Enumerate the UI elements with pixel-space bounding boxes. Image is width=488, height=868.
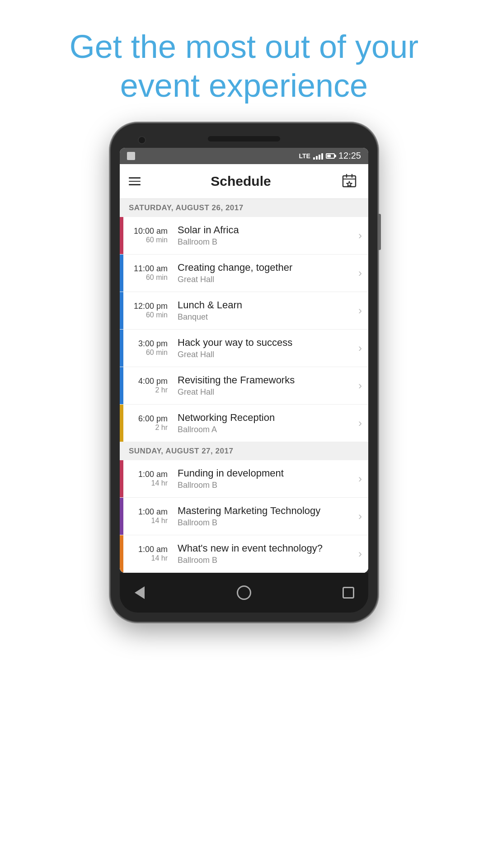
schedule-item[interactable]: 4:00 pm2 hrRevisiting the FrameworksGrea… bbox=[120, 367, 368, 405]
chevron-right-icon: › bbox=[352, 367, 368, 404]
phone-frame: LTE 12:25 bbox=[111, 123, 377, 622]
event-time: 6:00 pm bbox=[138, 414, 168, 424]
clock: 12:25 bbox=[338, 151, 361, 161]
event-color-bar bbox=[120, 217, 123, 254]
chevron-right-icon: › bbox=[352, 217, 368, 254]
event-location: Ballroom B bbox=[178, 481, 347, 490]
event-duration: 60 min bbox=[146, 236, 168, 244]
event-time-block: 4:00 pm2 hr bbox=[123, 367, 173, 404]
schedule-item[interactable]: 1:00 am14 hrWhat's new in event technolo… bbox=[120, 535, 368, 573]
home-icon bbox=[237, 585, 251, 600]
event-color-bar bbox=[120, 255, 123, 292]
svg-marker-4 bbox=[347, 181, 352, 187]
battery-icon bbox=[326, 153, 335, 159]
schedule-item[interactable]: 11:00 am60 minCreating change, togetherG… bbox=[120, 255, 368, 292]
phone-wrapper: LTE 12:25 bbox=[111, 123, 377, 648]
status-bar: LTE 12:25 bbox=[120, 148, 368, 164]
schedule-list: SATURDAY, AUGUST 26, 201710:00 am60 minS… bbox=[120, 199, 368, 573]
event-time-block: 1:00 am14 hr bbox=[123, 498, 173, 535]
date-header-0: SATURDAY, AUGUST 26, 2017 bbox=[120, 199, 368, 217]
event-title: Lunch & Learn bbox=[178, 299, 347, 311]
event-duration: 14 hr bbox=[151, 554, 168, 562]
status-right: LTE 12:25 bbox=[299, 151, 361, 161]
event-details: Funding in developmentBallroom B bbox=[173, 460, 352, 497]
event-color-bar bbox=[120, 498, 123, 535]
event-title: Mastering Marketing Technology bbox=[178, 505, 347, 517]
event-title: Funding in development bbox=[178, 467, 347, 479]
event-duration: 60 min bbox=[146, 349, 168, 357]
page-title: Schedule bbox=[211, 174, 271, 189]
recents-icon bbox=[343, 587, 354, 599]
signal-bars-icon bbox=[313, 152, 323, 160]
schedule-item[interactable]: 6:00 pm2 hrNetworking ReceptionBallroom … bbox=[120, 405, 368, 442]
chevron-right-icon: › bbox=[352, 330, 368, 367]
lte-label: LTE bbox=[299, 152, 310, 160]
schedule-item[interactable]: 3:00 pm60 minHack your way to successGre… bbox=[120, 330, 368, 367]
event-location: Ballroom A bbox=[178, 425, 347, 434]
hero-section: Get the most out of your event experienc… bbox=[33, 0, 455, 123]
event-color-bar bbox=[120, 292, 123, 329]
speaker-icon bbox=[208, 136, 280, 142]
event-duration: 14 hr bbox=[151, 479, 168, 487]
schedule-item[interactable]: 1:00 am14 hrMastering Marketing Technolo… bbox=[120, 498, 368, 535]
event-details: Solar in AfricaBallroom B bbox=[173, 217, 352, 254]
event-details: What's new in event technology?Ballroom … bbox=[173, 535, 352, 572]
event-color-bar bbox=[120, 367, 123, 404]
back-button[interactable] bbox=[127, 580, 152, 605]
chevron-right-icon: › bbox=[352, 460, 368, 497]
back-icon bbox=[135, 586, 145, 599]
event-color-bar bbox=[120, 460, 123, 497]
event-time-block: 11:00 am60 min bbox=[123, 255, 173, 292]
event-color-bar bbox=[120, 535, 123, 572]
hero-text: Get the most out of your event experienc… bbox=[33, 0, 455, 123]
event-time-block: 1:00 am14 hr bbox=[123, 535, 173, 572]
event-location: Banquet bbox=[178, 312, 347, 322]
app-header: Schedule bbox=[120, 164, 368, 199]
chevron-right-icon: › bbox=[352, 405, 368, 442]
event-duration: 2 hr bbox=[155, 424, 168, 432]
favorites-calendar-button[interactable] bbox=[341, 172, 359, 190]
event-time: 1:00 am bbox=[138, 545, 168, 554]
event-location: Great Hall bbox=[178, 387, 347, 397]
phone-screen: LTE 12:25 bbox=[120, 148, 368, 573]
event-time-block: 3:00 pm60 min bbox=[123, 330, 173, 367]
schedule-item[interactable]: 10:00 am60 minSolar in AfricaBallroom B› bbox=[120, 217, 368, 255]
event-color-bar bbox=[120, 330, 123, 367]
menu-button[interactable] bbox=[129, 177, 141, 185]
event-time: 1:00 am bbox=[138, 470, 168, 479]
event-location: Ballroom B bbox=[178, 518, 347, 528]
event-title: Networking Reception bbox=[178, 412, 347, 424]
chevron-right-icon: › bbox=[352, 255, 368, 292]
event-details: Mastering Marketing TechnologyBallroom B bbox=[173, 498, 352, 535]
phone-top-bar bbox=[120, 132, 368, 148]
event-title: What's new in event technology? bbox=[178, 542, 347, 554]
event-time-block: 12:00 pm60 min bbox=[123, 292, 173, 329]
event-details: Networking ReceptionBallroom A bbox=[173, 405, 352, 442]
event-title: Solar in Africa bbox=[178, 224, 347, 236]
schedule-item[interactable]: 1:00 am14 hrFunding in developmentBallro… bbox=[120, 460, 368, 498]
camera-icon bbox=[138, 136, 146, 144]
event-details: Creating change, togetherGreat Hall bbox=[173, 255, 352, 292]
home-button[interactable] bbox=[231, 580, 257, 605]
event-details: Hack your way to successGreat Hall bbox=[173, 330, 352, 367]
schedule-item[interactable]: 12:00 pm60 minLunch & LearnBanquet› bbox=[120, 292, 368, 330]
recents-button[interactable] bbox=[336, 580, 361, 605]
status-left bbox=[127, 152, 135, 160]
event-time: 1:00 am bbox=[138, 507, 168, 517]
event-time: 11:00 am bbox=[134, 264, 168, 274]
event-color-bar bbox=[120, 405, 123, 442]
event-time: 4:00 pm bbox=[138, 377, 168, 386]
event-time: 12:00 pm bbox=[134, 302, 168, 311]
event-title: Hack your way to success bbox=[178, 337, 347, 349]
event-title: Creating change, together bbox=[178, 262, 347, 274]
event-time: 3:00 pm bbox=[138, 339, 168, 349]
event-time-block: 10:00 am60 min bbox=[123, 217, 173, 254]
event-details: Revisiting the FrameworksGreat Hall bbox=[173, 367, 352, 404]
event-duration: 60 min bbox=[146, 311, 168, 319]
event-time: 10:00 am bbox=[134, 226, 168, 236]
sim-icon bbox=[127, 152, 135, 160]
event-location: Great Hall bbox=[178, 350, 347, 359]
event-time-block: 6:00 pm2 hr bbox=[123, 405, 173, 442]
date-header-1: SUNDAY, AUGUST 27, 2017 bbox=[120, 442, 368, 460]
event-duration: 60 min bbox=[146, 274, 168, 282]
